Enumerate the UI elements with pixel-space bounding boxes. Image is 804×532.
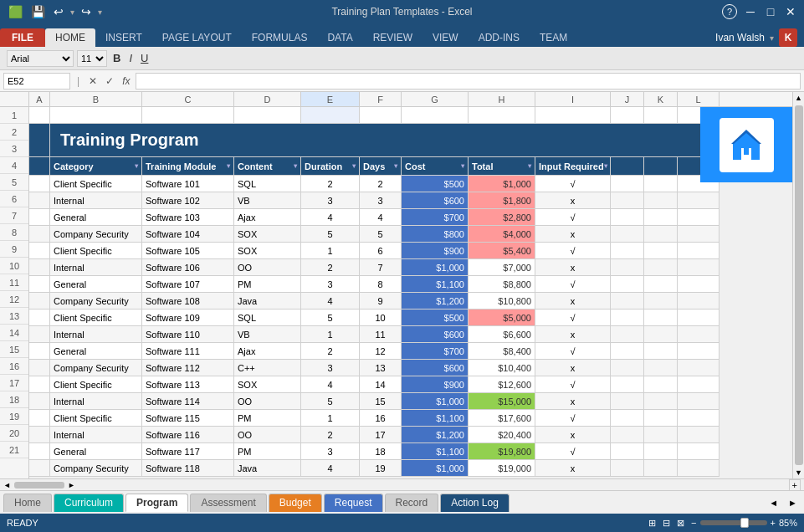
cell-e3[interactable]: Duration ▾	[301, 157, 360, 176]
cell-l[interactable]	[678, 326, 720, 343]
cell-j[interactable]	[611, 243, 644, 259]
restore-button[interactable]: □	[764, 5, 777, 18]
cell-k[interactable]	[644, 443, 678, 460]
cell-total[interactable]: $17,600	[469, 410, 535, 427]
cell-j[interactable]	[611, 176, 644, 192]
col-header-g[interactable]: G	[402, 92, 469, 106]
cell-row-num[interactable]	[29, 443, 50, 460]
cell-input[interactable]: x	[535, 360, 611, 376]
cell-input[interactable]: x	[535, 460, 611, 477]
page-break-icon[interactable]: ⊠	[677, 518, 684, 529]
cell-l[interactable]	[678, 443, 720, 460]
zoom-out-icon[interactable]: −	[691, 518, 696, 528]
col-header-i[interactable]: I	[535, 92, 611, 106]
cell-d1[interactable]	[234, 107, 301, 124]
tab-request[interactable]: Request	[324, 494, 383, 512]
cell-total[interactable]: $1,000	[469, 176, 535, 192]
cell-k[interactable]	[644, 376, 678, 393]
col-header-a[interactable]: A	[29, 92, 50, 106]
tab-budget[interactable]: Budget	[269, 494, 322, 512]
sheet-view-icon[interactable]: ⊞	[648, 518, 656, 529]
italic-button[interactable]: I	[126, 52, 135, 64]
cell-duration[interactable]: 3	[301, 360, 360, 376]
cell-module[interactable]: Software 102	[142, 192, 234, 209]
cell-k[interactable]	[644, 176, 678, 192]
cell-duration[interactable]: 4	[301, 209, 360, 226]
cell-row-num[interactable]	[29, 360, 50, 376]
tab-data[interactable]: DATA	[317, 28, 362, 47]
cell-content[interactable]: OO	[234, 259, 301, 276]
cell-category[interactable]: Client Specific	[50, 376, 142, 393]
cell-duration[interactable]: 4	[301, 460, 360, 477]
cell-input[interactable]: √	[535, 243, 611, 259]
cell-l[interactable]	[678, 460, 720, 477]
cell-input[interactable]: x	[535, 259, 611, 276]
undo-icon[interactable]: ↩	[52, 3, 65, 20]
cell-module[interactable]: Software 112	[142, 360, 234, 376]
cell-days[interactable]: 15	[360, 393, 402, 410]
cell-module[interactable]: Software 114	[142, 393, 234, 410]
cell-a1[interactable]	[29, 107, 50, 124]
cell-l[interactable]	[678, 192, 720, 209]
cell-category[interactable]: Company Security	[50, 460, 142, 477]
cell-cost[interactable]: $1,100	[402, 443, 469, 460]
cell-l[interactable]	[678, 393, 720, 410]
cell-l[interactable]	[678, 243, 720, 259]
cell-k[interactable]	[644, 460, 678, 477]
cell-l[interactable]	[678, 309, 720, 326]
cell-input[interactable]: x	[535, 226, 611, 243]
cell-c1[interactable]	[142, 107, 234, 124]
cell-total[interactable]: $6,600	[469, 326, 535, 343]
cell-k[interactable]	[644, 343, 678, 360]
cell-cost[interactable]: $1,000	[402, 460, 469, 477]
cell-total[interactable]: $5,400	[469, 243, 535, 259]
col-header-c[interactable]: C	[142, 92, 234, 106]
cell-duration[interactable]: 2	[301, 343, 360, 360]
cell-input[interactable]: √	[535, 209, 611, 226]
cell-total[interactable]: $7,000	[469, 259, 535, 276]
col-header-l[interactable]: L	[678, 92, 720, 106]
cell-category[interactable]: Internal	[50, 326, 142, 343]
col-header-d[interactable]: D	[234, 92, 301, 106]
close-button[interactable]: ✕	[784, 5, 797, 18]
cell-cost[interactable]: $1,000	[402, 393, 469, 410]
cell-category[interactable]: General	[50, 343, 142, 360]
cell-c3[interactable]: Training Module ▾	[142, 157, 234, 176]
cell-total[interactable]: $20,400	[469, 427, 535, 443]
cell-duration[interactable]: 3	[301, 443, 360, 460]
tab-team[interactable]: TEAM	[530, 28, 577, 47]
cell-j[interactable]	[611, 360, 644, 376]
cell-j[interactable]	[611, 226, 644, 243]
cell-j[interactable]	[611, 460, 644, 477]
cell-category[interactable]: General	[50, 276, 142, 293]
redo-icon[interactable]: ↪	[79, 3, 93, 20]
cell-j[interactable]	[611, 293, 644, 309]
zoom-slider-thumb[interactable]	[740, 518, 749, 528]
cell-duration[interactable]: 2	[301, 427, 360, 443]
cell-total[interactable]: $12,600	[469, 376, 535, 393]
cell-a2[interactable]	[29, 124, 50, 157]
cell-h3[interactable]: Total ▾	[469, 157, 535, 176]
cell-module[interactable]: Software 107	[142, 276, 234, 293]
cell-duration[interactable]: 2	[301, 259, 360, 276]
cell-duration[interactable]: 4	[301, 293, 360, 309]
cell-days[interactable]: 19	[360, 460, 402, 477]
cell-days[interactable]: 6	[360, 243, 402, 259]
cell-module[interactable]: Software 106	[142, 259, 234, 276]
cell-name-box[interactable]: E52	[3, 73, 70, 90]
cell-j[interactable]	[611, 410, 644, 427]
zoom-slider[interactable]	[700, 520, 767, 525]
cell-total[interactable]: $19,800	[469, 443, 535, 460]
cell-days[interactable]: 18	[360, 443, 402, 460]
tab-file[interactable]: FILE	[0, 28, 45, 47]
cell-days[interactable]: 13	[360, 360, 402, 376]
cell-module[interactable]: Software 115	[142, 410, 234, 427]
cell-module[interactable]: Software 101	[142, 176, 234, 192]
underline-button[interactable]: U	[138, 52, 151, 64]
cell-input[interactable]: √	[535, 309, 611, 326]
tab-view[interactable]: VIEW	[422, 28, 469, 47]
cell-k[interactable]	[644, 427, 678, 443]
cell-row-num[interactable]	[29, 309, 50, 326]
cell-e1[interactable]	[301, 107, 360, 124]
cell-input[interactable]: x	[535, 192, 611, 209]
